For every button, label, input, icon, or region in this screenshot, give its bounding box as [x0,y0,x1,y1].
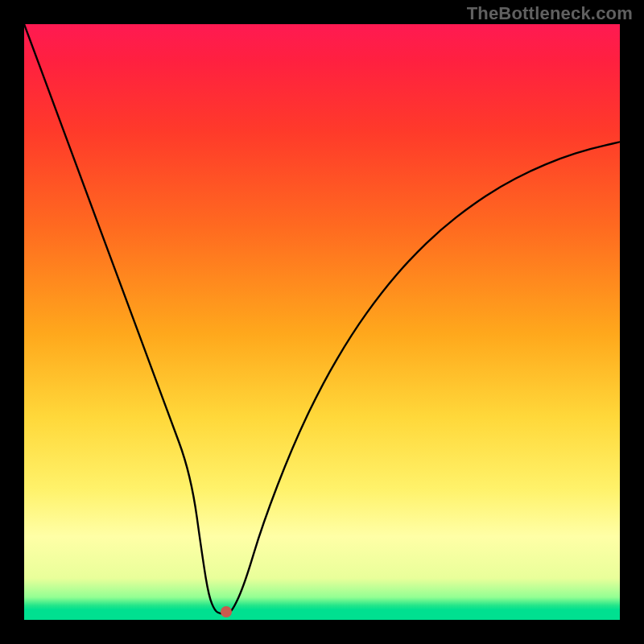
chart-frame: TheBottleneck.com [0,0,644,644]
watermark-text: TheBottleneck.com [467,3,633,24]
curve-path [24,24,620,614]
bottleneck-curve [24,24,620,620]
plot-area [24,24,620,620]
optimal-point-marker [221,606,232,617]
